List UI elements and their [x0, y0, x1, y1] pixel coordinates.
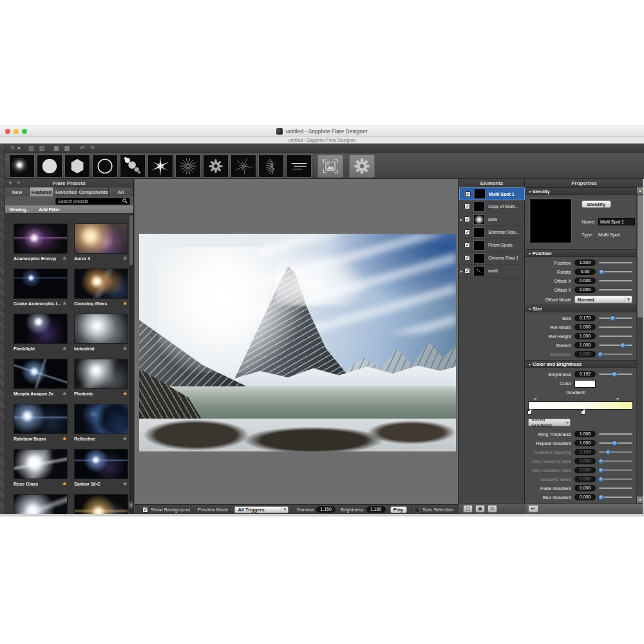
prop-value-field[interactable]: 0.000 — [574, 351, 596, 357]
preset-thumbnail[interactable] — [14, 404, 68, 434]
preset-thumbnail[interactable] — [14, 269, 68, 299]
scrollbar-thumb[interactable] — [638, 195, 643, 317]
element-visibility-checkbox[interactable] — [464, 255, 470, 261]
undo-icon[interactable]: ↶ — [80, 144, 85, 153]
save-as-icon[interactable]: ▩ — [64, 144, 70, 153]
favorite-star-icon[interactable]: ★ — [62, 480, 67, 487]
favorite-star-icon[interactable]: ★ — [122, 255, 128, 261]
properties-scrollbar[interactable]: ▲ ▼ — [636, 187, 643, 503]
viewing-label[interactable]: Viewing... — [9, 207, 30, 212]
duplicate-element-icon[interactable]: ▣ — [475, 505, 485, 513]
save-icon[interactable]: ▦ — [53, 144, 59, 153]
favorite-star-icon[interactable]: ★ — [62, 255, 67, 261]
close-panel-icon[interactable]: ✕ — [8, 180, 12, 185]
canvas-brightness-field[interactable]: 1.180 — [366, 506, 386, 513]
prop-slider[interactable] — [599, 431, 632, 437]
preset-anamorphic-energy[interactable]: Anamorphic Energy★ — [14, 223, 68, 263]
search-box[interactable] — [55, 198, 130, 205]
slider-thumb-icon[interactable] — [621, 343, 625, 348]
scrollbar-thumb[interactable] — [129, 215, 133, 265]
expand-icon[interactable]: ▶ — [459, 269, 464, 273]
prop-value-field[interactable]: 0.000 — [574, 458, 596, 464]
element-visibility-checkbox[interactable] — [464, 268, 470, 274]
prop-slider[interactable] — [599, 351, 632, 357]
preset-thumbnail[interactable] — [14, 359, 68, 389]
element-name-field[interactable] — [598, 218, 635, 225]
scroll-down-icon[interactable]: ▾ — [129, 502, 133, 508]
slider-thumb-icon[interactable] — [599, 459, 603, 464]
flare-button-flower-rays[interactable] — [203, 155, 229, 178]
prop-value-field[interactable]: 1.000 — [574, 342, 596, 348]
slider-thumb-icon[interactable] — [600, 270, 604, 274]
prop-value-field[interactable]: 1.000 — [574, 333, 596, 339]
settings-gear-button[interactable] — [349, 155, 375, 178]
preset-partial[interactable] — [14, 494, 68, 514]
preset-thumbnail[interactable] — [74, 494, 128, 514]
element-visibility-checkbox[interactable] — [465, 191, 471, 197]
flare-button-ring[interactable] — [92, 155, 118, 178]
prop-slider[interactable] — [599, 333, 632, 339]
prop-value-field[interactable]: 0.00 — [574, 269, 596, 275]
prop-slider[interactable] — [599, 467, 632, 473]
prop-value-field[interactable]: 0.000 — [574, 278, 596, 284]
slider-thumb-icon[interactable] — [599, 495, 603, 500]
element-visibility-checkbox[interactable] — [464, 229, 470, 235]
collapse-icon[interactable]: ▾ — [529, 362, 531, 366]
size-section-header[interactable]: ▾ Size — [526, 305, 636, 312]
preset-thumbnail[interactable] — [74, 404, 128, 434]
slider-thumb-icon[interactable] — [612, 441, 617, 446]
redo-icon[interactable]: ↷ — [90, 144, 95, 153]
preset-reflective[interactable]: Reflective★ — [74, 404, 128, 443]
flare-button-thin-spikes[interactable] — [231, 155, 256, 178]
preset-auror-3[interactable]: Auror 3★ — [74, 223, 128, 263]
prop-value-field[interactable]: 0.000 — [574, 485, 596, 491]
favorite-star-icon[interactable]: ★ — [62, 390, 67, 397]
favorite-star-icon[interactable]: ★ — [62, 300, 67, 307]
prop-slider[interactable] — [599, 440, 632, 446]
open-recent-icon[interactable]: ▤ — [39, 144, 45, 153]
tab-favorites[interactable]: Favorites — [54, 187, 79, 196]
prop-slider[interactable] — [599, 324, 632, 330]
show-background-checkbox[interactable] — [142, 507, 148, 513]
prop-slider[interactable] — [599, 278, 632, 284]
element-row-prism-spots[interactable]: Prism Spots — [459, 239, 525, 252]
new-element-icon[interactable]: ▢ — [463, 505, 473, 513]
prop-slider[interactable] — [599, 449, 632, 455]
close-window-icon[interactable] — [5, 129, 10, 134]
color-dot-icon[interactable]: ● — [17, 144, 21, 153]
element-row-copy-of-multi[interactable]: Copy of Multi... — [459, 200, 525, 213]
gamma-field[interactable]: 1.150 — [316, 506, 336, 513]
preset-flashlight[interactable]: Flashlight★ — [14, 314, 68, 353]
prop-value-field[interactable]: 0.000 — [574, 467, 596, 473]
flare-button-streaks[interactable] — [286, 155, 312, 178]
identity-section-header[interactable]: ▾ Identity — [526, 187, 636, 195]
slider-thumb-icon[interactable] — [611, 316, 615, 321]
favorite-star-icon[interactable]: ★ — [62, 435, 67, 442]
flare-button-arc-shimmer[interactable] — [258, 155, 284, 178]
play-button[interactable]: Play — [390, 506, 407, 513]
flare-button-hexagon[interactable] — [64, 155, 90, 178]
slider-thumb-icon[interactable] — [612, 372, 617, 377]
element-row-multi-spot-1[interactable]: Multi Spot 1 — [459, 187, 525, 200]
preset-thumbnail[interactable] — [74, 359, 128, 389]
pen-tool-icon[interactable]: ✎ — [10, 144, 15, 153]
gradient-marker-icon[interactable] — [616, 398, 620, 401]
position-section-header[interactable]: ▾ Position — [526, 249, 636, 257]
prop-slider[interactable] — [599, 458, 632, 464]
favorite-star-icon[interactable]: ★ — [62, 345, 67, 352]
element-visibility-checkbox[interactable] — [464, 242, 470, 248]
gradient-bar[interactable] — [528, 401, 633, 410]
prop-value-field[interactable]: 0.000 — [574, 494, 596, 500]
prop-slider[interactable] — [599, 494, 632, 500]
preset-sankor-16-c[interactable]: Sankor 16-C★ — [74, 449, 128, 488]
tab-featured[interactable]: Featured — [30, 187, 54, 196]
preset-thumbnail[interactable] — [74, 269, 128, 299]
slider-thumb-icon[interactable] — [606, 450, 611, 455]
prop-slider[interactable] — [599, 476, 632, 482]
prop-value-field[interactable]: 0.000 — [574, 476, 596, 482]
gradient-editor[interactable] — [526, 396, 636, 417]
prop-value-field[interactable]: 0.000 — [574, 287, 596, 293]
flare-button-multi-spot[interactable] — [120, 155, 146, 178]
maximize-window-icon[interactable] — [22, 129, 27, 134]
prop-value-field[interactable]: 0.100 — [574, 449, 596, 455]
